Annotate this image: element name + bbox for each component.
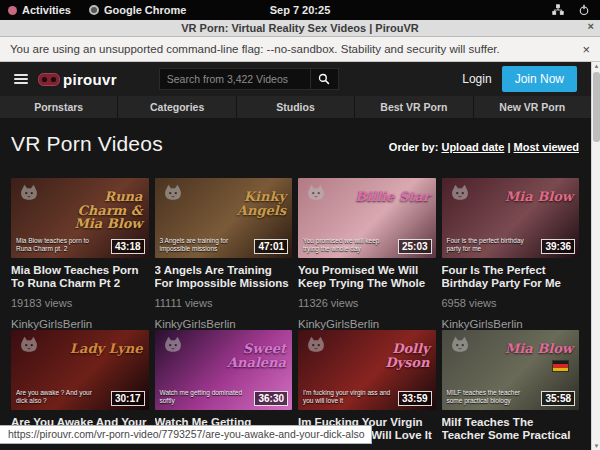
video-card[interactable]: Kinky Angels 3 Angels are training for i… [155, 178, 293, 330]
thumbnail-caption: I'm fucking your virgin ass and you will… [303, 389, 392, 405]
video-title-link[interactable]: Mia Blow Teaches Porn To Runa Charm Pt 2 [11, 264, 149, 290]
site-logo[interactable]: pirouvr [38, 71, 117, 88]
video-card[interactable]: Mia Blow MILF teaches the teacher some p… [442, 330, 580, 450]
studio-cat-logo-icon [449, 335, 471, 357]
thumbnail-performer-name: Sweet Analena [201, 342, 286, 369]
scrollbar-thumb[interactable] [593, 72, 600, 142]
scroll-up-icon[interactable]: ▲ [592, 63, 600, 69]
infobar-close-icon[interactable]: × [582, 42, 590, 57]
logo-text: pirouvr [63, 71, 117, 88]
scroll-down-icon[interactable]: ▼ [592, 443, 600, 449]
studio-cat-logo-icon [18, 183, 40, 205]
studio-cat-logo-icon [162, 335, 184, 357]
studio-cat-logo-icon [18, 335, 40, 357]
view-count: 11111 views [155, 297, 293, 309]
duration-badge: 25:03 [398, 239, 432, 254]
video-thumbnail[interactable]: Kinky Angels 3 Angels are training for i… [155, 178, 293, 258]
search-button[interactable] [311, 68, 339, 90]
system-bar: Activities Google Chrome Sep 7 20:25 [0, 0, 600, 20]
nav-item-pornstars[interactable]: Pornstars [0, 96, 117, 118]
thumbnail-performer-name: Dolly Dyson [344, 342, 429, 369]
video-thumbnail[interactable]: Dolly Dyson I'm fucking your virgin ass … [298, 330, 436, 410]
menu-icon[interactable] [14, 74, 28, 84]
video-thumbnail[interactable]: Sweet Analena Watch me getting dominated… [155, 330, 293, 410]
vr-headset-icon [38, 73, 60, 86]
video-card[interactable]: Runa Charm & Mia Blow Mia Blow teaches p… [11, 178, 149, 330]
browser-viewport: pirouvr Login Join Now Pornstars Categor… [0, 62, 600, 450]
chrome-icon [89, 5, 99, 15]
video-title-link[interactable]: Milf Teaches The Teacher Some Practical … [442, 416, 580, 442]
video-thumbnail[interactable]: Lady Lyne Are you awake ? And your dick … [11, 330, 149, 410]
thumbnail-caption: 3 Angels are training for impossible mis… [160, 237, 249, 253]
thumbnail-performer-name: Billie Star [344, 190, 429, 204]
duration-badge: 36:30 [254, 391, 288, 406]
thumbnail-caption: Watch me getting dominated softly [160, 389, 249, 405]
studio-cat-logo-icon [449, 183, 471, 205]
studio-link[interactable]: KinkyGirlsBerlin [155, 318, 293, 330]
video-title-link[interactable]: You Promised We Will Keep Trying The Who… [298, 264, 436, 290]
nav-item-best-vr-porn[interactable]: Best VR Porn [354, 96, 472, 118]
join-now-button[interactable]: Join Now [502, 66, 577, 92]
window-close-icon[interactable]: × [588, 20, 594, 32]
view-count: 19183 views [11, 297, 149, 309]
page-content: VR Porn Videos Order by: Upload date | M… [0, 132, 591, 450]
thumbnail-performer-name: Runa Charm & Mia Blow [57, 190, 142, 231]
duration-badge: 43:18 [111, 239, 145, 254]
thumbnail-performer-name: Lady Lyne [57, 342, 142, 356]
studio-link[interactable]: KinkyGirlsBerlin [298, 318, 436, 330]
chrome-app-label: Google Chrome [104, 4, 187, 16]
video-title-link[interactable]: 3 Angels Are Training For Impossible Mis… [155, 264, 293, 290]
video-card[interactable]: Mia Blow Four is the perfect birthday pa… [442, 178, 580, 330]
power-icon[interactable] [578, 4, 590, 16]
duration-badge: 47:01 [254, 239, 288, 254]
order-link-upload-date[interactable]: Upload date [441, 141, 504, 153]
site-header: pirouvr Login Join Now [0, 62, 591, 96]
duration-badge: 35:58 [541, 391, 575, 406]
view-count: 6958 views [442, 297, 580, 309]
order-separator: | [507, 141, 510, 153]
thumbnail-caption: Four is the perfect birthday party for m… [447, 237, 536, 253]
duration-badge: 39:36 [541, 239, 575, 254]
network-icon[interactable] [552, 4, 564, 16]
nav-item-new-vr-porn[interactable]: New VR Porn [473, 96, 591, 118]
video-thumbnail[interactable]: Mia Blow Four is the perfect birthday pa… [442, 178, 580, 258]
thumbnail-performer-name: Mia Blow [488, 342, 573, 356]
studio-link[interactable]: KinkyGirlsBerlin [11, 318, 149, 330]
studio-cat-logo-icon [305, 335, 327, 357]
view-count: 11326 views [298, 297, 436, 309]
warning-message: You are using an unsupported command-lin… [10, 43, 500, 55]
video-title-link[interactable]: Four Is The Perfect Birthday Party For M… [442, 264, 580, 290]
duration-badge: 33:59 [398, 391, 432, 406]
activities-dot-icon [8, 6, 17, 15]
video-thumbnail[interactable]: Mia Blow MILF teaches the teacher some p… [442, 330, 580, 410]
chrome-app-menu[interactable]: Google Chrome [89, 4, 187, 16]
thumbnail-caption: Are you awake ? And your dick also ? [16, 389, 105, 405]
order-link-most-viewed[interactable]: Most viewed [514, 141, 579, 153]
nav-item-categories[interactable]: Categories [117, 96, 235, 118]
window-titlebar[interactable]: VR Porn: Virtual Reality Sex Videos | Pi… [0, 20, 600, 37]
studio-cat-logo-icon [305, 183, 327, 205]
thumbnail-caption: You promised we will keep trying the who… [303, 237, 392, 253]
duration-badge: 30:17 [111, 391, 145, 406]
status-url-bubble: https://pirouvr.com/vr-porn-video/779325… [0, 425, 372, 444]
scrollbar[interactable]: ▲ ▼ [591, 62, 600, 450]
video-card[interactable]: Billie Star You promised we will keep tr… [298, 178, 436, 330]
order-by-label: Order by: [389, 141, 439, 153]
warning-infobar: You are using an unsupported command-lin… [0, 37, 600, 62]
activities-label: Activities [22, 4, 71, 16]
login-link[interactable]: Login [462, 72, 491, 86]
video-thumbnail[interactable]: Billie Star You promised we will keep tr… [298, 178, 436, 258]
main-nav: Pornstars Categories Studios Best VR Por… [0, 96, 591, 118]
studio-cat-logo-icon [162, 183, 184, 205]
thumbnail-caption: MILF teaches the teacher some practical … [447, 389, 536, 405]
studio-link[interactable]: KinkyGirlsBerlin [442, 318, 580, 330]
order-by: Order by: Upload date | Most viewed [389, 141, 579, 153]
video-grid: Runa Charm & Mia Blow Mia Blow teaches p… [11, 178, 579, 450]
activities-button[interactable]: Activities [8, 4, 71, 16]
thumbnail-performer-name: Kinky Angels [201, 190, 286, 217]
nav-item-studios[interactable]: Studios [236, 96, 354, 118]
search-form [159, 68, 339, 90]
search-input[interactable] [159, 68, 311, 90]
window-title: VR Porn: Virtual Reality Sex Videos | Pi… [181, 22, 418, 34]
video-thumbnail[interactable]: Runa Charm & Mia Blow Mia Blow teaches p… [11, 178, 149, 258]
